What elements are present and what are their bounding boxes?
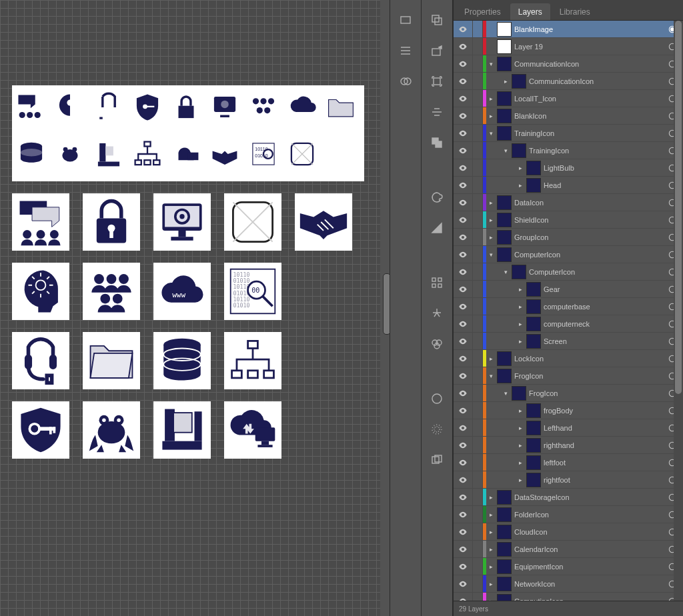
tab-layers[interactable]: Layers — [510, 3, 550, 20]
layer-row[interactable]: ▸computerbase — [454, 298, 683, 315]
artboard-blank[interactable] — [224, 193, 281, 251]
layer-row[interactable]: ▸GroupIcon — [454, 229, 683, 246]
lock-toggle[interactable] — [473, 246, 483, 263]
lock-toggle[interactable] — [473, 541, 483, 557]
disclosure-toggle[interactable]: ▸ — [516, 419, 525, 436]
visibility-toggle[interactable] — [454, 471, 473, 488]
artboard-communication[interactable] — [12, 193, 69, 251]
layer-row[interactable]: ▸LightBulb — [454, 159, 683, 177]
layer-row[interactable]: ▸DataIcon — [454, 194, 683, 211]
layer-row[interactable]: ▸Head — [454, 177, 683, 194]
layer-name[interactable]: DataIcon — [514, 199, 666, 207]
visibility-toggle[interactable] — [454, 142, 473, 159]
layer-name[interactable]: TrainingIcon — [514, 129, 666, 137]
tab-libraries[interactable]: Libraries — [552, 3, 598, 20]
symbols-icon[interactable] — [428, 305, 446, 321]
panel-scrollbar[interactable] — [674, 21, 683, 601]
disclosure-toggle[interactable]: ▸ — [516, 159, 525, 176]
artboard-training[interactable] — [12, 263, 69, 320]
lock-toggle[interactable] — [473, 367, 483, 384]
visibility-toggle[interactable] — [454, 73, 473, 89]
lock-toggle[interactable] — [473, 125, 483, 141]
lock-toggle[interactable] — [473, 558, 483, 575]
layer-row[interactable]: ▸LockIcon — [454, 350, 683, 367]
visibility-toggle[interactable] — [454, 541, 473, 557]
disclosure-toggle[interactable]: ▸ — [516, 333, 525, 349]
layer-name[interactable]: righthand — [544, 441, 666, 449]
disclosure-toggle[interactable]: ▸ — [486, 90, 496, 107]
disclosure-toggle[interactable]: ▾ — [501, 142, 510, 159]
disclosure-toggle[interactable]: ▸ — [486, 489, 496, 505]
gradient-icon[interactable] — [428, 220, 446, 236]
layer-row[interactable]: ▸CommunicationIcon — [454, 73, 683, 90]
artboard-group[interactable] — [83, 263, 140, 320]
layer-name[interactable]: computerneck — [544, 320, 666, 328]
layer-row[interactable]: ▸rightfoot — [454, 471, 683, 489]
layer-name[interactable]: BlankIcon — [514, 112, 666, 120]
bounds-icon[interactable] — [428, 73, 446, 89]
layer-name[interactable]: TrainingIcon — [529, 147, 666, 155]
artboard-data[interactable]: 101100101010110 010101011001010 00 — [224, 263, 281, 320]
disclosure-toggle[interactable]: ▸ — [486, 593, 496, 601]
visibility-toggle[interactable] — [454, 575, 473, 592]
layer-name[interactable]: CloudIcon — [514, 528, 666, 536]
layer-row[interactable]: ▸CloudIcon — [454, 523, 683, 541]
lock-toggle[interactable] — [473, 21, 483, 37]
artboard-datastorage[interactable] — [153, 332, 211, 389]
layer-name[interactable]: ComputerIcon — [514, 251, 666, 259]
layer-name[interactable]: EquipmentIcon — [514, 563, 666, 571]
layer-row[interactable]: ▸BlankIcon — [454, 107, 683, 125]
layer-name[interactable]: leftfoot — [544, 459, 666, 467]
visibility-toggle[interactable] — [454, 125, 473, 141]
disclosure-toggle[interactable]: ▸ — [516, 471, 525, 488]
layer-list[interactable]: BlankImageLayer 19▾CommunicationIcon▸Com… — [454, 21, 683, 601]
lock-toggle[interactable] — [473, 107, 483, 124]
artboard-equipment[interactable] — [153, 401, 211, 459]
lock-toggle[interactable] — [473, 385, 483, 401]
layer-row[interactable]: ▾TrainingIcon — [454, 142, 683, 159]
lock-toggle[interactable] — [473, 506, 483, 523]
disclosure-toggle[interactable] — [486, 38, 496, 55]
layer-row[interactable]: ▾CommunicationIcon — [454, 55, 683, 73]
layer-name[interactable]: Screen — [544, 337, 666, 345]
lock-toggle[interactable] — [473, 437, 483, 453]
visibility-toggle[interactable] — [454, 21, 473, 37]
layer-name[interactable]: CommunicationIcon — [514, 60, 666, 68]
layer-name[interactable]: LocalIT_Icon — [514, 95, 666, 103]
disclosure-toggle[interactable]: ▸ — [486, 229, 496, 245]
lock-toggle[interactable] — [473, 73, 483, 89]
layer-row[interactable]: ▸Lefthand — [454, 419, 683, 437]
layer-name[interactable]: frogBody — [544, 407, 666, 415]
disclosure-toggle[interactable]: ▸ — [516, 298, 525, 315]
lock-toggle[interactable] — [473, 211, 483, 228]
visibility-toggle[interactable] — [454, 281, 473, 297]
visibility-toggle[interactable] — [454, 402, 473, 419]
visibility-toggle[interactable] — [454, 55, 473, 72]
artboard-handshake[interactable] — [295, 193, 352, 251]
visibility-toggle[interactable] — [454, 315, 473, 332]
rect-overlap-icon[interactable] — [428, 12, 446, 28]
lock-toggle[interactable] — [473, 575, 483, 592]
disclosure-toggle[interactable]: ▾ — [486, 55, 496, 72]
layer-row[interactable]: ▸computerneck — [454, 315, 683, 333]
disclosure-toggle[interactable]: ▸ — [516, 454, 525, 471]
lock-toggle[interactable] — [473, 194, 483, 211]
lock-toggle[interactable] — [473, 419, 483, 436]
lock-toggle[interactable] — [473, 523, 483, 540]
lock-toggle[interactable] — [473, 315, 483, 332]
layer-name[interactable]: DataStorageIcon — [514, 493, 666, 501]
artboard-localit[interactable] — [12, 332, 69, 389]
layer-row[interactable]: ▸Screen — [454, 333, 683, 350]
lock-toggle[interactable] — [473, 489, 483, 505]
layer-row[interactable]: ▸DataStorageIcon — [454, 489, 683, 506]
layer-name[interactable]: rightfoot — [544, 476, 666, 484]
visibility-toggle[interactable] — [454, 107, 473, 124]
layer-row[interactable]: ▾FrogIcon — [454, 367, 683, 385]
layer-row[interactable]: ▸leftfoot — [454, 454, 683, 471]
artboard-network[interactable] — [224, 332, 281, 389]
layer-name[interactable]: CalendarIcon — [514, 545, 666, 553]
layer-row[interactable]: BlankImage — [454, 21, 683, 38]
layer-name[interactable]: ComputerIcon — [529, 268, 666, 276]
grid-icon[interactable] — [428, 275, 446, 291]
layer-name[interactable]: FrogIcon — [529, 389, 666, 397]
